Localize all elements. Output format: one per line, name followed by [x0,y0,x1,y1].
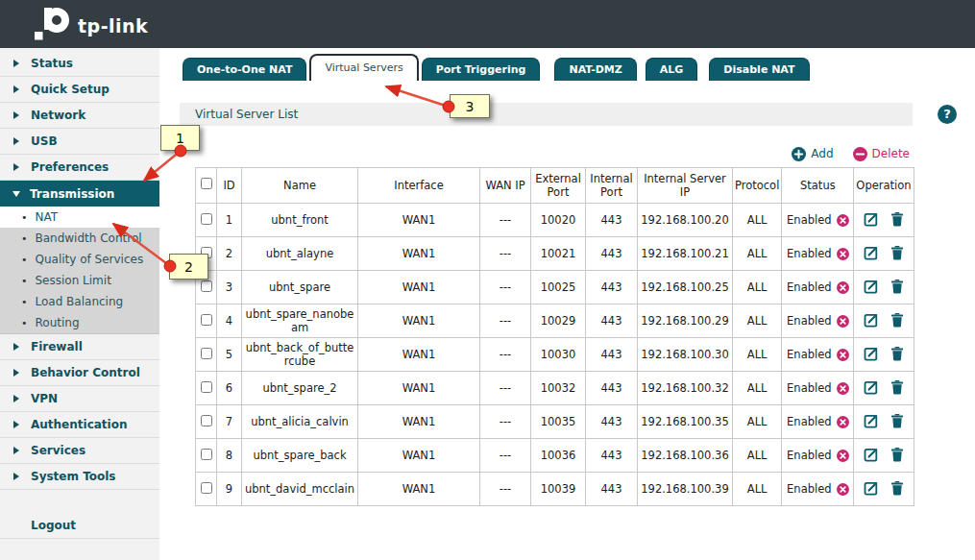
sidebar-item-usb[interactable]: USB [0,129,159,155]
sidebar-item-authentication[interactable]: Authentication [0,412,159,438]
chevron-right-icon [13,343,19,351]
chevron-right-icon [13,473,19,480]
row-select-cell [196,338,217,372]
delete-button[interactable]: Delete [853,147,910,161]
sidebar-item-firewall[interactable]: Firewall [0,334,159,360]
row-checkbox[interactable] [201,482,212,494]
plus-circle-icon [792,147,806,161]
logout-label: Logout [31,513,76,538]
status-cell: Enabled [782,271,854,304]
row-checkbox[interactable] [201,449,212,460]
operation-buttons [864,480,904,496]
row-select-cell [196,304,217,338]
sidebar-item-system-tools[interactable]: System Tools [0,464,159,490]
trash-icon[interactable] [890,346,904,361]
trash-icon[interactable] [890,245,904,260]
sidebar-item-logout[interactable]: Logout [0,513,159,539]
sidebar-item-transmission[interactable]: Transmission [0,181,159,207]
edit-icon[interactable] [864,346,879,361]
submenu-item-routing[interactable]: •Routing [0,312,159,333]
internal-server-ip-cell: 192.168.100.39 [638,473,733,506]
submenu-item-session-limit[interactable]: •Session Limit [0,270,159,291]
edit-icon[interactable] [864,211,879,227]
tab-disable-nat[interactable]: Disable NAT [709,58,809,81]
x-circle-icon[interactable] [837,483,849,496]
operation-buttons [864,312,904,328]
row-checkbox[interactable] [201,381,212,393]
wan-ip-cell: --- [480,338,531,372]
edit-icon[interactable] [864,245,879,260]
x-circle-icon[interactable] [837,382,849,395]
trash-icon[interactable] [890,279,904,294]
trash-icon[interactable] [890,211,904,227]
x-circle-icon[interactable] [837,214,849,227]
tab-alg[interactable]: ALG [646,58,698,81]
trash-icon[interactable] [890,379,904,395]
trash-icon[interactable] [890,447,904,462]
x-circle-icon[interactable] [837,248,849,260]
name-cell: ubnt_spare_nanobeam [242,304,358,338]
chevron-right-icon [13,447,19,454]
submenu-item-load-balancing[interactable]: •Load Balancing [0,291,159,312]
row-checkbox[interactable] [201,348,212,359]
wan-ip-cell: --- [480,473,531,506]
table-row: 6ubnt_spare_2WAN1---10032443192.168.100.… [196,372,914,405]
sidebar-item-behavior-control[interactable]: Behavior Control [0,360,159,386]
row-checkbox[interactable] [201,280,212,292]
edit-icon[interactable] [864,379,879,395]
sidebar-item-label: Authentication [31,412,128,437]
interface-cell: WAN1 [358,271,480,304]
sidebar-item-label: Firewall [31,334,83,359]
operation-cell [854,338,914,372]
interface-cell: WAN1 [358,304,480,338]
protocol-cell: ALL [733,473,782,506]
edit-icon[interactable] [864,279,879,294]
sidebar-item-vpn[interactable]: VPN [0,386,159,412]
tab-virtual-servers[interactable]: Virtual Servers [309,54,418,81]
protocol-cell: ALL [733,304,782,338]
row-checkbox[interactable] [201,213,212,225]
bullet-icon: • [21,211,28,224]
trash-icon[interactable] [890,413,904,428]
status-label: Enabled [787,314,831,328]
operation-cell [854,237,914,271]
tab-nat-dmz[interactable]: NAT-DMZ [554,58,636,81]
x-circle-icon[interactable] [837,315,849,328]
edit-icon[interactable] [864,312,879,328]
edit-icon[interactable] [864,413,879,428]
submenu-item-bandwidth-control[interactable]: •Bandwidth Control [0,228,159,249]
x-circle-icon[interactable] [837,450,849,462]
status-label: Enabled [787,381,831,395]
internal-server-ip-cell: 192.168.100.25 [638,271,733,304]
submenu-item-quality-of-services[interactable]: •Quality of Services [0,249,159,270]
sidebar-item-label: Quick Setup [31,77,110,102]
status-cell: Enabled [782,372,854,405]
table-row: 2ubnt_alayneWAN1---10021443192.168.100.2… [196,237,914,271]
top-header-bar: tp-link [0,0,975,48]
operation-buttons [864,447,904,462]
select-all-header-cell [196,168,217,204]
trash-icon[interactable] [890,312,904,328]
x-circle-icon[interactable] [837,349,849,361]
sidebar-item-network[interactable]: Network [0,103,159,129]
sidebar-item-quick-setup[interactable]: Quick Setup [0,77,159,103]
sidebar-item-status[interactable]: Status [0,51,159,77]
trash-icon[interactable] [890,480,904,496]
x-circle-icon[interactable] [837,281,849,294]
row-checkbox[interactable] [201,314,212,326]
select-all-checkbox[interactable] [201,178,212,189]
table-row: 4ubnt_spare_nanobeamWAN1---10029443192.1… [196,304,914,338]
edit-icon[interactable] [864,480,879,496]
submenu-item-nat[interactable]: •NAT [0,207,159,228]
add-button[interactable]: Add [792,147,833,161]
sidebar-item-preferences[interactable]: Preferences [0,155,159,181]
status-cell: Enabled [782,338,854,372]
operation-buttons [864,245,904,260]
tab-one-to-one-nat[interactable]: One-to-One NAT [183,58,306,81]
edit-icon[interactable] [864,447,879,462]
tab-port-triggering[interactable]: Port Triggering [422,58,541,81]
question-circle-icon[interactable]: ? [938,105,957,124]
x-circle-icon[interactable] [837,416,849,428]
row-checkbox[interactable] [201,415,212,426]
sidebar-item-services[interactable]: Services [0,438,159,464]
